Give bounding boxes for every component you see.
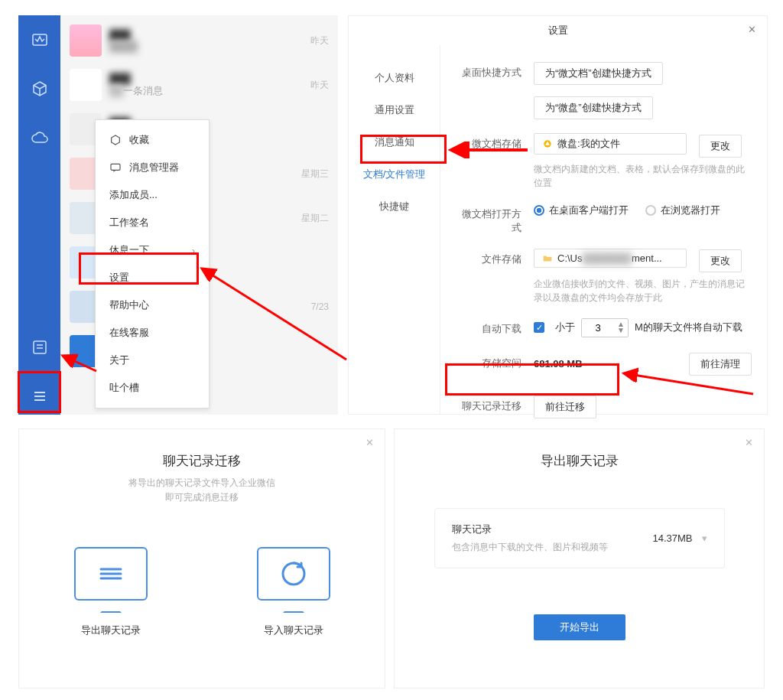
auto-download-size-stepper[interactable]: ▲▼ (581, 318, 629, 337)
file-store-label: 文件存储 (456, 249, 521, 266)
auto-dl-prefix: 小于 (555, 321, 575, 334)
open-mode-label: 微文档打开方式 (456, 203, 521, 235)
export-option[interactable]: 导出聊天记录 (74, 547, 148, 637)
export-dialog: ✕ 导出聊天记录 聊天记录 包含消息中下载的文件、图片和视频等 14.37MB … (394, 428, 765, 689)
time-label: 星期二 (301, 212, 329, 225)
storage-label: 存储空间 (456, 353, 521, 370)
record-subtitle: 包含消息中下载的文件、图片和视频等 (452, 541, 653, 554)
close-icon[interactable]: ✕ (745, 437, 753, 448)
menu-label: 吐个槽 (109, 381, 139, 395)
record-title: 聊天记录 (452, 523, 653, 536)
nav-shortcut[interactable]: 快捷键 (349, 190, 440, 223)
export-label: 导出聊天记录 (74, 623, 148, 637)
go-migrate-button[interactable]: 前往迁移 (534, 396, 596, 418)
folder-icon (542, 253, 553, 264)
menu-label: 设置 (109, 271, 129, 285)
go-clean-button[interactable]: 前往清理 (689, 353, 752, 376)
time-label: 昨天 (310, 79, 329, 92)
menu-online-service[interactable]: 在线客服 (96, 319, 209, 347)
menu-work-signature[interactable]: 工作签名 (96, 209, 209, 236)
menu-label: 帮助中心 (109, 298, 149, 312)
change-doc-store-button[interactable]: 更改 (699, 135, 742, 158)
avatar (70, 69, 102, 101)
auto-download-size-input[interactable] (582, 319, 614, 337)
export-title: 导出聊天记录 (395, 452, 764, 470)
chevron-right-icon: › (192, 245, 195, 256)
menu-label: 收藏 (129, 133, 149, 147)
start-export-button[interactable]: 开始导出 (534, 614, 625, 640)
menu-label: 添加成员... (109, 188, 158, 202)
nav-profile[interactable]: 个人资料 (349, 62, 440, 94)
nav-notify[interactable]: 消息通知 (349, 126, 440, 158)
menu-label: 工作签名 (109, 216, 149, 230)
doc-store-help: 微文档内新建的文档、表格，默认会保存到微盘的此位置 (534, 162, 752, 190)
cloud-icon[interactable] (31, 129, 49, 147)
open-browser-radio[interactable]: 在浏览器打开 (645, 203, 720, 217)
list-item[interactable]: █████一条消息 昨天 (60, 63, 338, 107)
create-doc-shortcut-button[interactable]: 为“微文档”创建快捷方式 (534, 62, 663, 85)
open-desktop-radio[interactable]: 在桌面客户端打开 (534, 203, 629, 217)
monitor-import-icon (257, 547, 330, 601)
auto-download-label: 自动下载 (456, 318, 521, 336)
time-label: 星期三 (301, 168, 329, 181)
menu-settings[interactable]: 设置 (96, 264, 209, 291)
close-icon[interactable]: ✕ (366, 437, 374, 448)
chevron-down-icon[interactable]: ▾ (702, 532, 707, 544)
menu-label: 关于 (109, 353, 129, 367)
context-menu: 收藏 消息管理器 添加成员... 工作签名 休息一下 › 设置 帮助中心 在线客… (95, 119, 210, 409)
settings-nav: 个人资料 通用设置 消息通知 文档/文件管理 快捷键 (349, 45, 440, 414)
sidebar (18, 15, 60, 415)
migrate-subtitle: 将导出的聊天记录文件导入企业微信 即可完成消息迁移 (19, 476, 385, 505)
shortcut-label: 桌面快捷方式 (456, 62, 521, 80)
chat-record-card[interactable]: 聊天记录 包含消息中下载的文件、图片和视频等 14.37MB ▾ (434, 508, 725, 568)
menu-label: 消息管理器 (129, 161, 179, 174)
svg-rect-1 (34, 341, 46, 353)
migrate-dialog: ✕ 聊天记录迁移 将导出的聊天记录文件导入企业微信 即可完成消息迁移 导出聊天记… (18, 428, 385, 689)
cloud-drive-icon (542, 138, 553, 149)
time-label: 7/23 (311, 301, 329, 312)
menu-feedback[interactable]: 吐个槽 (96, 374, 209, 402)
settings-content: 桌面快捷方式 为“微文档”创建快捷方式 为“微盘”创建快捷方式 微文档存储 微盘… (440, 45, 767, 414)
time-label: 昨天 (310, 34, 329, 47)
filter-icon[interactable] (31, 338, 49, 357)
message-icon (109, 161, 122, 174)
cube-outline-icon (109, 134, 122, 146)
menu-favorites[interactable]: 收藏 (96, 126, 209, 154)
menu-icon[interactable] (31, 387, 49, 405)
storage-size: 681.08 MB (534, 358, 583, 370)
nav-general[interactable]: 通用设置 (349, 94, 440, 126)
app-left-panel: ███████ 昨天 █████一条消息 昨天 █████一条消息 ████信的… (18, 15, 338, 415)
nav-files[interactable]: 文档/文件管理 (349, 158, 440, 190)
auto-download-checkbox[interactable]: ✓ (534, 322, 544, 333)
svg-rect-2 (111, 164, 120, 170)
doc-store-label: 微文档存储 (456, 133, 521, 151)
record-size: 14.37MB (652, 532, 692, 544)
change-file-store-button[interactable]: 更改 (699, 249, 742, 272)
monitor-export-icon (74, 547, 148, 601)
chat-icon[interactable] (31, 31, 49, 49)
cube-icon[interactable] (31, 80, 49, 98)
migrate-label: 聊天记录迁移 (456, 396, 521, 413)
menu-label: 在线客服 (109, 326, 149, 340)
create-drive-shortcut-button[interactable]: 为“微盘”创建快捷方式 (534, 96, 653, 119)
stepper-arrows-icon[interactable]: ▲▼ (614, 321, 628, 334)
avatar (70, 24, 102, 57)
file-store-help: 企业微信接收到的文件、视频、图片，产生的消息记录以及微盘的文件均会存放于此 (534, 277, 752, 304)
migrate-title: 聊天记录迁移 (19, 452, 385, 470)
menu-take-break[interactable]: 休息一下 › (96, 236, 209, 264)
menu-help-center[interactable]: 帮助中心 (96, 291, 209, 319)
list-item[interactable]: ███████ 昨天 (60, 18, 338, 63)
auto-dl-suffix: M的聊天文件将自动下载 (635, 321, 742, 334)
close-icon[interactable]: ✕ (748, 24, 756, 35)
settings-dialog: 设置 ✕ 个人资料 通用设置 消息通知 文档/文件管理 快捷键 桌面快捷方式 为… (348, 15, 768, 415)
import-option[interactable]: 导入聊天记录 (257, 547, 330, 637)
import-label: 导入聊天记录 (257, 623, 330, 637)
dialog-title: 设置 (349, 16, 767, 45)
menu-add-member[interactable]: 添加成员... (96, 181, 209, 209)
file-store-field[interactable]: C:\Us███████ment... (534, 249, 687, 268)
doc-store-field[interactable]: 微盘:我的文件 (534, 133, 687, 155)
menu-message-manager[interactable]: 消息管理器 (96, 154, 209, 181)
menu-about[interactable]: 关于 (96, 347, 209, 374)
menu-label: 休息一下 (109, 243, 149, 257)
